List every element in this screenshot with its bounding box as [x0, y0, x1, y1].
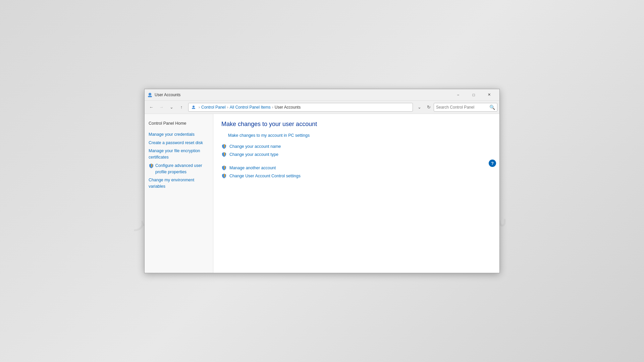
help-button[interactable]: ?	[489, 160, 496, 167]
address-dropdown-button[interactable]: ⌄	[415, 103, 424, 112]
section-gap	[221, 160, 491, 165]
refresh-button[interactable]: ↻	[424, 103, 433, 112]
back-button[interactable]: ←	[147, 103, 156, 112]
up-button[interactable]: ↑	[177, 103, 186, 112]
window-controls: − □ ✕	[450, 89, 497, 101]
svg-rect-1	[148, 96, 152, 97]
breadcrumb-separator-2: ›	[227, 105, 228, 110]
change-account-type-link[interactable]: Change your account type	[229, 152, 278, 157]
navigation-bar: ← → ⌄ ↑ › Control Panel › All Control Pa…	[145, 101, 499, 114]
content-area: Control Panel Home Manage your credentia…	[145, 114, 499, 273]
sidebar-item-configure-advanced[interactable]: Configure advanced user profile properti…	[149, 162, 209, 176]
svg-rect-3	[192, 108, 195, 109]
sidebar-item-manage-file-encryption[interactable]: Manage your file encryption certificates	[149, 147, 209, 162]
change-account-name-item: Change your account name	[221, 144, 491, 149]
svg-point-0	[149, 93, 151, 96]
sidebar-home[interactable]: Control Panel Home	[149, 119, 209, 128]
search-bar: 🔍	[434, 103, 497, 112]
sidebar-item-change-environment[interactable]: Change my environment variables	[149, 176, 209, 191]
forward-button[interactable]: →	[157, 103, 166, 112]
search-submit-button[interactable]: 🔍	[489, 105, 495, 110]
breadcrumb-control-panel[interactable]: Control Panel	[201, 105, 226, 110]
breadcrumb-separator-3: ›	[272, 105, 273, 110]
address-bar: › Control Panel › All Control Panel Item…	[188, 103, 413, 112]
svg-point-2	[193, 106, 195, 108]
shield-icon-change-name	[221, 144, 227, 149]
window-title: User Accounts	[155, 93, 450, 97]
page-title: Make changes to your user account	[221, 121, 491, 128]
title-bar: User Accounts − □ ✕	[145, 89, 499, 101]
shield-icon-manage-another	[221, 165, 227, 171]
pc-settings-link[interactable]: Make changes to my account in PC setting…	[221, 133, 491, 138]
maximize-button[interactable]: □	[466, 89, 481, 101]
recent-button[interactable]: ⌄	[167, 103, 176, 112]
sidebar-item-manage-credentials[interactable]: Manage your credentials	[149, 130, 209, 139]
change-account-type-item: Change your account type	[221, 152, 491, 157]
change-uac-settings-item: Change User Account Control settings	[221, 173, 491, 179]
sidebar-item-create-password-reset[interactable]: Create a password reset disk	[149, 139, 209, 147]
window-icon	[147, 92, 153, 98]
user-accounts-window: User Accounts − □ ✕ ← → ⌄ ↑ › Control Pa…	[144, 89, 500, 273]
breadcrumb-current: User Accounts	[275, 105, 301, 110]
change-uac-settings-link[interactable]: Change User Account Control settings	[229, 174, 301, 178]
manage-another-account-item: Manage another account	[221, 165, 491, 171]
close-button[interactable]: ✕	[481, 89, 497, 101]
sidebar: Control Panel Home Manage your credentia…	[145, 114, 213, 273]
change-account-name-link[interactable]: Change your account name	[229, 144, 281, 149]
breadcrumb-separator-1: ›	[199, 105, 200, 110]
main-content: Make changes to your user account Make c…	[213, 114, 499, 273]
address-bar-icon	[191, 105, 196, 110]
manage-another-account-link[interactable]: Manage another account	[229, 166, 276, 170]
shield-icon-change-type	[221, 152, 227, 157]
minimize-button[interactable]: −	[450, 89, 466, 101]
shield-icon	[149, 163, 154, 169]
breadcrumb-all-items[interactable]: All Control Panel Items	[230, 105, 271, 110]
shield-icon-uac	[221, 173, 227, 179]
search-input[interactable]	[436, 105, 489, 110]
